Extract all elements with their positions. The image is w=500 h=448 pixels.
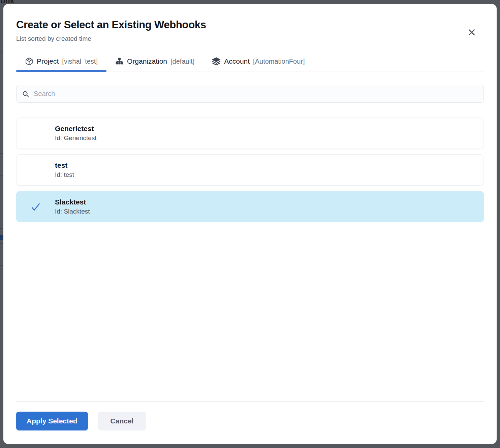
cancel-button[interactable]: Cancel bbox=[98, 412, 146, 430]
package-icon bbox=[25, 57, 33, 66]
search-box bbox=[16, 85, 484, 103]
webhook-list: Generictest Id: Generictest test Id: tes… bbox=[16, 118, 484, 222]
list-item-test[interactable]: test Id: test bbox=[16, 154, 484, 186]
sitemap-icon bbox=[115, 57, 124, 66]
tab-project-context: [vishal_test] bbox=[62, 58, 98, 65]
item-id: Id: Slacktest bbox=[55, 208, 90, 215]
item-title: test bbox=[55, 161, 74, 169]
modal-subtitle: List sorted by created time bbox=[16, 35, 484, 42]
modal-footer: Apply Selected Cancel bbox=[16, 401, 484, 444]
item-id: Id: test bbox=[55, 171, 74, 179]
search-icon bbox=[22, 90, 29, 98]
tab-account-context: [AutomationFour] bbox=[253, 58, 305, 65]
check-zone bbox=[17, 201, 55, 213]
item-id: Id: Generictest bbox=[55, 134, 97, 142]
tab-organization[interactable]: Organization [default] bbox=[106, 54, 203, 71]
page-behind-button-fragment bbox=[0, 235, 3, 240]
search-input[interactable] bbox=[34, 90, 478, 98]
tab-account-label: Account bbox=[224, 57, 250, 65]
apply-selected-button[interactable]: Apply Selected bbox=[16, 412, 88, 430]
tab-account[interactable]: Account [AutomationFour] bbox=[203, 54, 313, 71]
close-icon bbox=[467, 28, 476, 37]
item-title: Slacktest bbox=[55, 198, 90, 206]
scope-tabs: Project [vishal_test] bbox=[16, 54, 484, 71]
footer-divider bbox=[16, 401, 484, 402]
item-title: Generictest bbox=[55, 125, 97, 133]
close-button[interactable] bbox=[466, 27, 477, 38]
webhooks-modal: Create or Select an Existing Webhooks Li… bbox=[3, 4, 497, 444]
list-item-generictest[interactable]: Generictest Id: Generictest bbox=[16, 118, 484, 149]
tab-project-label: Project bbox=[37, 57, 59, 65]
checkmark-icon bbox=[30, 201, 42, 213]
tab-project[interactable]: Project [vishal_test] bbox=[16, 54, 106, 71]
list-item-slacktest[interactable]: Slacktest Id: Slacktest bbox=[16, 191, 484, 222]
modal-title: Create or Select an Existing Webhooks bbox=[16, 19, 484, 31]
tab-organization-context: [default] bbox=[170, 58, 194, 65]
tab-organization-label: Organization bbox=[127, 57, 167, 65]
layers-icon bbox=[212, 57, 221, 66]
